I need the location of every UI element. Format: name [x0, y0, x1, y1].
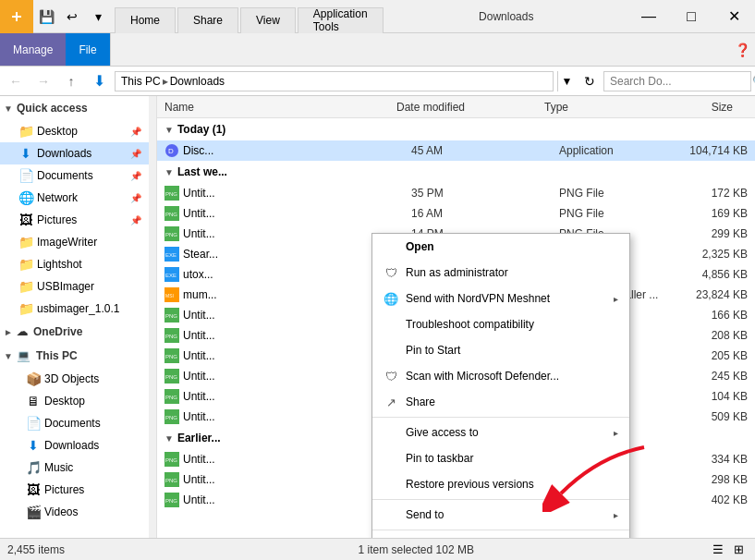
sidebar-item-pictures[interactable]: 🖼 Pictures 📌 [0, 209, 149, 231]
table-row[interactable]: PNG Untit... 35 PM PNG File 172 KB [157, 183, 755, 203]
ctx-defender[interactable]: 🛡 Scan with Microsoft Defender... [372, 363, 629, 389]
tab-manage[interactable]: Manage [0, 33, 66, 66]
refresh-button[interactable]: ↻ [579, 71, 600, 91]
section-today[interactable]: ▼ Today (1) [157, 118, 755, 140]
defender-icon: 🛡 [384, 369, 398, 383]
search-input[interactable] [610, 75, 749, 88]
address-path[interactable]: This PC ▸ Downloads [115, 71, 554, 91]
up-button[interactable]: ↑ [59, 69, 83, 93]
sidebar-item-music[interactable]: 🎵 Music [0, 457, 149, 479]
open-icon [384, 239, 398, 254]
tab-share[interactable]: Share [177, 7, 238, 33]
sidebar-section-onedrive[interactable]: ► ☁ OneDrive [0, 320, 149, 344]
ctx-pin-start[interactable]: Pin to Start [372, 337, 629, 363]
sidebar-item-3dobjects[interactable]: 📦 3D Objects [0, 368, 149, 390]
folder-icon: 📁 [18, 235, 33, 250]
dropdown-icon[interactable]: ▾ [85, 4, 111, 30]
ctx-run-admin[interactable]: 🛡 Run as administrator [372, 260, 629, 286]
pin-icon: 📌 [130, 171, 141, 181]
ctx-share[interactable]: ↗ Share [372, 389, 629, 415]
sidebar-item-pictures-pc[interactable]: 🖼 Pictures [0, 479, 149, 501]
svg-text:PNG: PNG [165, 212, 177, 217]
sidebar-section-thispc[interactable]: ▼ 💻 This PC [0, 344, 149, 368]
thispc-label: This PC [36, 349, 78, 362]
folder-icon: 📁 [18, 301, 33, 316]
address-dropdown[interactable]: ▼ [557, 71, 576, 91]
tab-view[interactable]: View [240, 7, 296, 33]
help-button[interactable]: ❓ [729, 33, 755, 66]
downloads-icon: ⬇ [18, 146, 33, 161]
svg-text:PNG: PNG [165, 415, 177, 420]
ribbon: Manage File ❓ [0, 33, 755, 67]
table-row[interactable]: D Disc... 45 AM Application 104,714 KB [157, 140, 755, 161]
admin-icon: 🛡 [384, 265, 398, 280]
sidebar-item-lightshot[interactable]: 📁 Lightshot [0, 253, 149, 275]
documents-icon: 📄 [18, 168, 33, 183]
3dobjects-icon: 📦 [26, 371, 41, 386]
sidebar-item-network[interactable]: 🌐 Network 📌 [0, 187, 149, 209]
sidebar-item-documents-pc[interactable]: 📄 Documents [0, 412, 149, 434]
sidebar-item-desktop-pc[interactable]: 🖥 Desktop [0, 390, 149, 412]
search-box[interactable]: 🔍 [603, 71, 751, 91]
file-list-header: Name Date modified Type Size [157, 96, 755, 118]
onedrive-label: OneDrive [33, 325, 82, 338]
table-row[interactable]: PNG Untit... 16 AM PNG File 169 KB [157, 203, 755, 224]
path-thispc[interactable]: This PC [121, 75, 161, 88]
svg-text:PNG: PNG [165, 498, 177, 504]
sidebar-section-quick-access[interactable]: ▼ Quick access [0, 96, 149, 120]
tab-file[interactable]: File [66, 33, 110, 66]
ctx-troubleshoot[interactable]: Troubleshoot compatibility [372, 311, 629, 337]
tiles-view-button[interactable]: ⊞ [729, 541, 748, 559]
ctx-nordvpn[interactable]: 🌐 Send with NordVPN Meshnet ▸ [372, 286, 629, 311]
ctx-restore-versions[interactable]: Restore previous versions [372, 471, 629, 497]
svg-text:PNG: PNG [165, 374, 177, 380]
png-icon: PNG [164, 186, 179, 201]
ctx-pin-taskbar[interactable]: Pin to taskbar [372, 445, 629, 471]
close-button[interactable]: ✕ [712, 0, 755, 33]
png-icon: PNG [164, 206, 179, 221]
downloads-shortcut[interactable]: ⬇ [87, 69, 111, 93]
minimize-button[interactable]: — [627, 0, 670, 33]
forward-button[interactable]: → [31, 69, 55, 93]
pin-start-icon [384, 343, 398, 358]
svg-text:PNG: PNG [165, 354, 177, 359]
col-date-header[interactable]: Date modified [389, 101, 537, 114]
sidebar-item-usbimager-file[interactable]: 📁 usbimager_1.0.1 [0, 298, 149, 320]
window-title: Downloads [385, 10, 627, 23]
tab-home[interactable]: Home [115, 7, 176, 33]
png-icon: PNG [164, 452, 179, 467]
section-lastweek[interactable]: ▼ Last we... [157, 161, 755, 183]
folder-icon: 📁 [18, 124, 33, 139]
sidebar-item-documents[interactable]: 📄 Documents 📌 [0, 164, 149, 187]
discord-icon: D [164, 143, 179, 158]
thispc-icon: 💻 [17, 349, 30, 362]
png-icon: PNG [164, 493, 179, 507]
png-icon: PNG [164, 389, 179, 404]
maximize-button[interactable]: □ [670, 0, 712, 33]
sidebar-item-usbimager[interactable]: 📁 USBImager [0, 275, 149, 298]
details-view-button[interactable]: ☰ [709, 541, 727, 559]
svg-text:PNG: PNG [165, 232, 177, 237]
sendto-icon [384, 507, 398, 522]
col-size-header[interactable]: Size [657, 101, 740, 114]
sidebar-item-videos[interactable]: 🎬 Videos [0, 501, 149, 523]
undo-icon[interactable]: ↩ [59, 4, 85, 30]
path-downloads[interactable]: Downloads [170, 75, 225, 88]
sidebar-item-imagewriter[interactable]: 📁 ImageWriter [0, 231, 149, 253]
sidebar-item-downloads-pc[interactable]: ⬇ Downloads [0, 434, 149, 457]
col-name-header[interactable]: Name [157, 101, 389, 114]
ctx-open[interactable]: Open [372, 234, 629, 260]
back-button[interactable]: ← [4, 69, 28, 93]
tab-application-tools[interactable]: Application Tools [298, 7, 384, 33]
quick-save-icon[interactable]: 💾 [33, 4, 59, 30]
sidebar-item-desktop[interactable]: 📁 Desktop 📌 [0, 120, 149, 142]
sidebar-item-downloads[interactable]: ⬇ Downloads 📌 [0, 142, 149, 164]
downloads-icon: ⬇ [26, 438, 41, 453]
videos-icon: 🎬 [26, 505, 41, 519]
col-type-header[interactable]: Type [537, 101, 657, 114]
ctx-send-to[interactable]: Send to ▸ [372, 502, 629, 528]
ctx-give-access[interactable]: Give access to ▸ [372, 420, 629, 445]
ctx-cut[interactable]: Cut [372, 532, 629, 538]
item-count: 2,455 items [7, 543, 351, 556]
selected-info: 1 item selected 102 MB [359, 543, 702, 556]
